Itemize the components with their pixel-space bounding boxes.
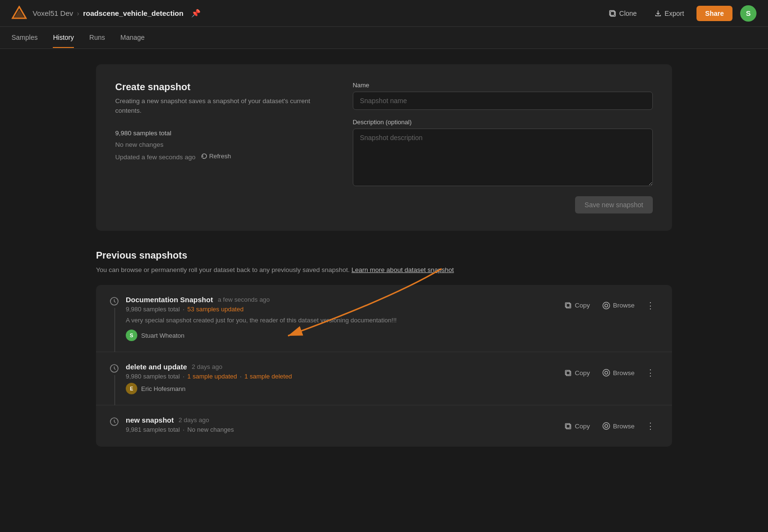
user-avatar[interactable]: S	[740, 5, 756, 22]
create-snapshot-card: Create snapshot Creating a new snapshot …	[96, 64, 672, 231]
previous-snapshots-title: Previous snapshots	[96, 250, 672, 261]
copy-icon-3	[564, 423, 572, 430]
snapshot-item-new: new snapshot 2 days ago 9,981 samples to…	[96, 405, 672, 447]
snapshot-author-2: E Eric Hofesmann	[126, 383, 553, 394]
snapshot-deleted-2: 1 sample deleted	[244, 373, 292, 380]
browse-icon-3	[602, 422, 610, 430]
pin-icon: 📌	[191, 9, 201, 18]
create-snapshot-title: Create snapshot	[115, 82, 330, 93]
no-changes: No new changes	[115, 139, 330, 151]
author-avatar-2: E	[126, 383, 137, 394]
previous-snapshots-section: Previous snapshots You can browse or per…	[96, 250, 672, 447]
snapshot-name-row-2: delete and update 2 days ago	[126, 363, 553, 371]
main-content: Create snapshot Creating a new snapshot …	[77, 49, 691, 462]
create-snapshot-form: Name Description (optional) Save new sna…	[353, 82, 653, 213]
save-snapshot-button[interactable]: Save new snapshot	[575, 196, 653, 213]
snapshot-name-input[interactable]	[353, 92, 653, 110]
tab-samples[interactable]: Samples	[12, 28, 37, 48]
learn-more-link[interactable]: Learn more about dataset snapshot	[351, 266, 454, 273]
snapshot-updated-3: No new changes	[187, 426, 234, 433]
previous-snapshots-desc: You can browse or permanently roll your …	[96, 265, 672, 275]
snapshot-time-2: 2 days ago	[192, 363, 223, 370]
snapshot-list: Documentation Snapshot a few seconds ago…	[96, 285, 672, 447]
browse-icon-2	[602, 369, 610, 377]
org-name[interactable]: Voxel51 Dev	[33, 9, 73, 17]
snapshot-meta-1: 9,980 samples total · 53 samples updated	[126, 306, 553, 313]
snapshot-actions-2: Copy Browse ⋮	[560, 366, 659, 380]
snapshot-item-delete-update: delete and update 2 days ago 9,980 sampl…	[96, 352, 672, 405]
name-label: Name	[353, 82, 653, 89]
snapshot-content-1: Documentation Snapshot a few seconds ago…	[126, 296, 553, 342]
app-logo	[12, 6, 27, 21]
snapshot-updated-2: 1 sample updated	[187, 373, 237, 380]
topbar-actions: Clone Export Share S	[604, 5, 756, 22]
snapshot-name-3: new snapshot	[126, 416, 174, 424]
more-menu-button-1[interactable]: ⋮	[642, 298, 659, 313]
svg-point-11	[605, 371, 608, 374]
topbar: Voxel51 Dev › roadscene_vehicle_detectio…	[0, 0, 768, 27]
refresh-button[interactable]: Refresh	[201, 151, 231, 162]
breadcrumb-separator: ›	[77, 10, 79, 17]
clone-button[interactable]: Clone	[604, 7, 642, 20]
snapshot-name-row-1: Documentation Snapshot a few seconds ago	[126, 296, 553, 304]
copy-button-1[interactable]: Copy	[560, 299, 595, 312]
snapshot-time-1: a few seconds ago	[218, 296, 270, 303]
more-menu-button-3[interactable]: ⋮	[642, 419, 659, 433]
snapshot-content-3: new snapshot 2 days ago 9,981 samples to…	[126, 416, 553, 436]
snapshot-actions-3: Copy Browse ⋮	[560, 419, 659, 433]
clock-icon-2	[109, 364, 119, 376]
share-button[interactable]: Share	[696, 6, 732, 21]
clock-icon-1	[109, 296, 119, 308]
clone-icon	[609, 10, 616, 17]
copy-icon-2	[564, 369, 572, 377]
author-avatar-1: S	[126, 330, 137, 341]
snapshot-name-row-3: new snapshot 2 days ago	[126, 416, 553, 424]
snapshot-actions-1: Copy Browse ⋮	[560, 298, 659, 313]
copy-icon-1	[564, 302, 572, 309]
browse-button-3[interactable]: Browse	[598, 419, 639, 433]
snapshot-item-documentation: Documentation Snapshot a few seconds ago…	[96, 285, 672, 353]
export-icon	[654, 10, 662, 17]
snapshot-author-1: S Stuart Wheaton	[126, 330, 553, 341]
svg-point-15	[605, 425, 608, 427]
more-menu-button-2[interactable]: ⋮	[642, 366, 659, 380]
snapshot-meta-3: 9,981 samples total · No new changes	[126, 426, 553, 433]
subnav: Samples History Runs Manage	[0, 27, 768, 49]
snapshot-meta-2: 9,980 samples total · 1 sample updated ·…	[126, 373, 553, 380]
samples-total: 9,980 samples total	[115, 128, 330, 139]
timeline-line-2	[114, 375, 115, 405]
snapshot-stats: 9,980 samples total No new changes Updat…	[115, 128, 330, 164]
copy-button-3[interactable]: Copy	[560, 420, 595, 433]
updated-time: Updated a few seconds ago Refresh	[115, 151, 330, 163]
browse-icon-1	[602, 302, 610, 309]
snapshot-desc-1: A very special snapshot created just for…	[126, 316, 553, 325]
tab-history[interactable]: History	[53, 28, 74, 48]
create-snapshot-desc: Creating a new snapshot saves a snapshot…	[115, 96, 330, 116]
browse-button-2[interactable]: Browse	[598, 366, 639, 379]
breadcrumb: Voxel51 Dev › roadscene_vehicle_detectio…	[33, 9, 604, 18]
tab-manage[interactable]: Manage	[120, 28, 145, 48]
svg-point-7	[605, 304, 608, 307]
tab-runs[interactable]: Runs	[89, 28, 105, 48]
snapshot-updated-1: 53 samples updated	[187, 306, 243, 313]
create-snapshot-info: Create snapshot Creating a new snapshot …	[115, 82, 330, 213]
snapshot-description-input[interactable]	[353, 129, 653, 186]
snapshot-name-2: delete and update	[126, 363, 187, 371]
snapshot-time-3: 2 days ago	[179, 416, 209, 424]
snapshot-name-1: Documentation Snapshot	[126, 296, 213, 304]
copy-button-2[interactable]: Copy	[560, 366, 595, 379]
dataset-name[interactable]: roadscene_vehicle_detection	[83, 9, 183, 17]
snapshot-content-2: delete and update 2 days ago 9,980 sampl…	[126, 363, 553, 394]
clock-icon-3	[109, 417, 119, 429]
timeline-line	[114, 308, 115, 353]
refresh-icon	[201, 153, 207, 159]
description-label: Description (optional)	[353, 118, 653, 126]
browse-button-1[interactable]: Browse	[598, 299, 639, 312]
export-button[interactable]: Export	[649, 7, 689, 20]
